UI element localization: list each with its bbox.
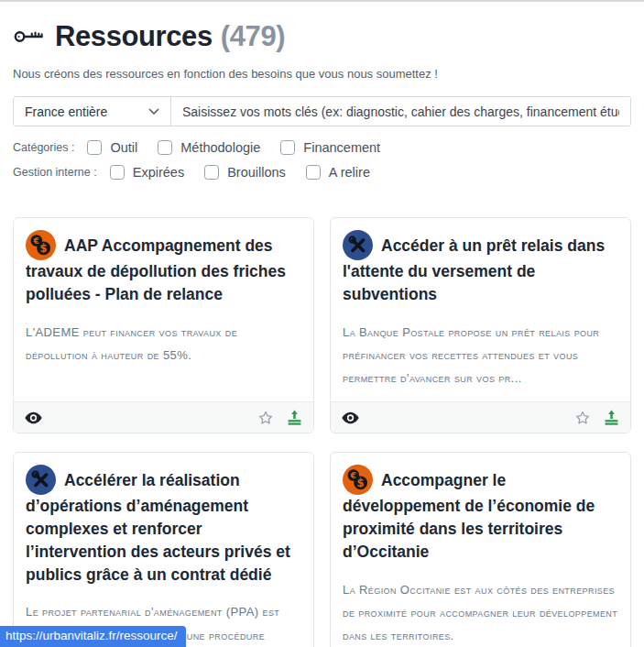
resource-card[interactable]: € $ Accompagner le développement de l’éc… — [330, 452, 631, 647]
categories-filter-row: Catégories : Outil Méthodologie Financem… — [13, 140, 631, 155]
region-selected-value: France entière — [25, 104, 107, 119]
key-icon — [13, 26, 44, 48]
resource-card[interactable]: Accélérer la réalisation d’opérations d’… — [13, 452, 314, 647]
page-title: Ressources(479) — [55, 20, 285, 53]
internal-label: Gestion interne : — [13, 166, 97, 179]
filter-methodologie[interactable]: Méthodologie — [158, 140, 260, 155]
tools-icon — [26, 465, 56, 495]
checkbox-methodologie[interactable] — [158, 140, 172, 155]
resource-card[interactable]: Accéder à un prêt relais dans l'attente … — [330, 217, 631, 433]
resource-excerpt: La Région Occitanie est aux côtés des en… — [343, 578, 618, 647]
page-header: Ressources(479) — [13, 20, 631, 53]
finance-coins-icon: € $ — [26, 230, 56, 260]
star-icon[interactable] — [257, 410, 274, 426]
resource-card[interactable]: € $ AAP Accompagnement des travaux de dé… — [13, 217, 314, 433]
resource-cards-grid: € $ AAP Accompagnement des travaux de dé… — [13, 217, 631, 647]
finance-coins-icon: € $ — [343, 465, 373, 495]
resource-title: Accélérer la réalisation d’opérations d’… — [26, 465, 301, 586]
eye-icon[interactable] — [25, 411, 42, 424]
resource-excerpt: L'ADEME peut financer vos travaux de dép… — [26, 321, 301, 367]
region-select[interactable]: France entière — [14, 97, 171, 126]
keywords-search-input[interactable] — [171, 97, 630, 126]
browser-status-bar: https://urbanvitaliz.fr/ressource/ — [0, 626, 186, 647]
checkbox-expirees[interactable] — [110, 165, 125, 180]
checkbox-outil[interactable] — [87, 140, 102, 155]
resources-page: Ressources(479) Nous créons des ressourc… — [0, 20, 644, 647]
internal-filter-row: Gestion interne : Expirées Brouillons A … — [13, 165, 631, 180]
page-subtitle: Nous créons des ressources en fonction d… — [13, 67, 631, 81]
card-footer — [331, 401, 630, 433]
filter-a-relire[interactable]: A relire — [306, 165, 370, 180]
filter-expirees[interactable]: Expirées — [110, 165, 184, 180]
resource-title: € $ AAP Accompagnement des travaux de dé… — [26, 230, 301, 306]
checkbox-a-relire[interactable] — [306, 165, 321, 180]
checkbox-brouillons[interactable] — [204, 165, 219, 180]
filter-financement[interactable]: Financement — [280, 140, 380, 155]
resources-count: (479) — [221, 20, 285, 52]
upload-icon[interactable] — [604, 410, 619, 425]
card-footer — [14, 401, 313, 433]
filter-outil[interactable]: Outil — [87, 140, 137, 155]
eye-icon[interactable] — [342, 411, 359, 424]
resource-excerpt: La Banque Postale propose un prêt relais… — [343, 321, 618, 390]
upload-icon[interactable] — [287, 410, 302, 425]
filters: Catégories : Outil Méthodologie Financem… — [13, 140, 631, 180]
search-bar: France entière — [13, 96, 631, 126]
resource-title: € $ Accompagner le développement de l’éc… — [343, 465, 618, 564]
tools-icon — [343, 230, 373, 260]
filter-brouillons[interactable]: Brouillons — [204, 165, 286, 180]
resource-title: Accéder à un prêt relais dans l'attente … — [343, 230, 618, 306]
chevron-down-icon — [148, 108, 159, 115]
checkbox-financement[interactable] — [280, 140, 295, 155]
svg-text:$: $ — [40, 242, 48, 255]
categories-label: Catégories : — [13, 141, 74, 154]
star-icon[interactable] — [574, 410, 591, 426]
svg-text:$: $ — [357, 477, 365, 489]
